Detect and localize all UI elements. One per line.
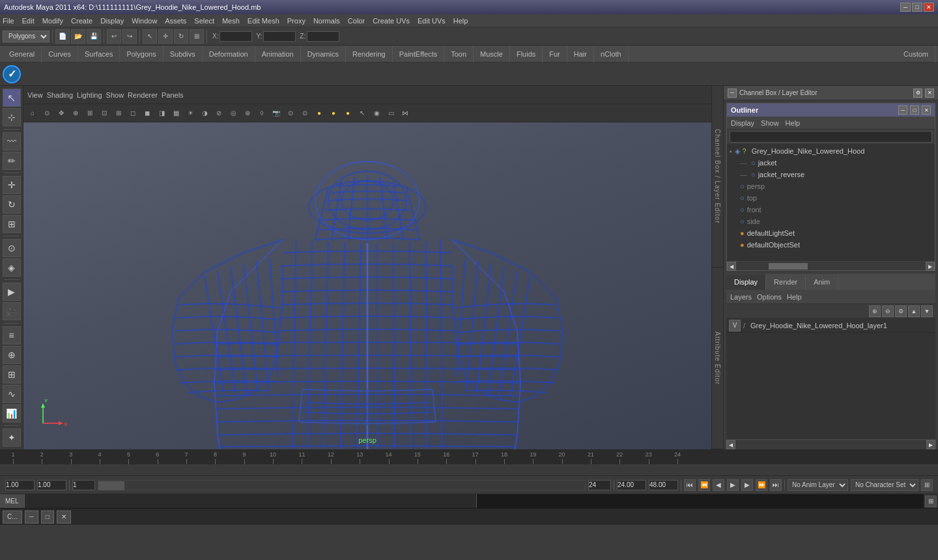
menu-tab-subdivs[interactable]: Subdivs	[163, 46, 203, 63]
menu-item-modify[interactable]: Modify	[42, 17, 63, 25]
soft-select[interactable]: ⊙	[3, 239, 21, 257]
render-btn[interactable]: ▶	[3, 283, 21, 301]
frame-end-input[interactable]	[588, 480, 611, 490]
outliner-show-menu[interactable]: Show	[761, 119, 779, 127]
connect-btn[interactable]: ⋈	[399, 107, 412, 120]
taskbar-restore-btn[interactable]: □	[41, 511, 54, 524]
playback-end-input[interactable]	[649, 480, 678, 490]
layer-options-btn[interactable]: ⚙	[895, 305, 907, 317]
view-menu[interactable]: View	[27, 91, 43, 99]
open-button[interactable]: 📂	[71, 29, 85, 44]
new-layer-btn[interactable]: ⊕	[869, 305, 881, 317]
menu-tab-rendering[interactable]: Rendering	[346, 46, 393, 63]
move-tool[interactable]: ✛	[3, 176, 21, 194]
snap-btn[interactable]: ◊	[255, 107, 268, 120]
ol-close[interactable]: ✕	[922, 105, 931, 115]
cb-settings[interactable]: ⚙	[913, 89, 922, 98]
outliner-search-bar[interactable]	[730, 131, 932, 143]
outliner-item-jacket[interactable]: — ○ jacket	[727, 157, 935, 169]
cursor-btn[interactable]: ↖	[356, 107, 369, 120]
menu-tab-muscle[interactable]: Muscle	[474, 46, 510, 63]
manip-btn[interactable]: ⊛	[241, 107, 254, 120]
home-view-btn[interactable]: ⌂	[26, 107, 39, 120]
texture-toggle[interactable]: ▦	[169, 107, 182, 120]
ol-minimize[interactable]: ─	[898, 105, 907, 115]
menu-item-create-uvs[interactable]: Create UVs	[373, 17, 410, 25]
xray-toggle[interactable]: ⊘	[212, 107, 225, 120]
menu-item-edit[interactable]: Edit	[22, 17, 35, 25]
prev-key-btn[interactable]: ⏪	[698, 479, 710, 491]
status-extra-btn[interactable]: ⊞	[921, 479, 933, 491]
rotate-button[interactable]: ↻	[174, 29, 188, 44]
z-input[interactable]	[307, 31, 339, 42]
menu-tab-hair[interactable]: Hair	[567, 46, 594, 63]
renderer-menu[interactable]: Renderer	[128, 91, 158, 99]
menu-item-normals[interactable]: Normals	[313, 17, 340, 25]
cb-close[interactable]: ✕	[925, 89, 934, 98]
camera-btn[interactable]: 🎥	[3, 302, 21, 320]
options-menu[interactable]: Options	[757, 293, 782, 301]
menu-item-select[interactable]: Select	[194, 17, 214, 25]
outliner-search-input[interactable]	[733, 133, 929, 141]
rotate-tool[interactable]: ↻	[3, 195, 21, 214]
scale-button[interactable]: ⊞	[190, 29, 204, 44]
3d-viewport[interactable]: Y X persp	[23, 122, 711, 449]
timeline-cursor[interactable]	[98, 481, 124, 490]
shading-menu[interactable]: Shading	[47, 91, 73, 99]
panels-menu[interactable]: Panels	[162, 91, 184, 99]
menu-tab-polygons[interactable]: Polygons	[120, 46, 163, 63]
layer-btn[interactable]: ≡	[3, 326, 21, 344]
y-input[interactable]	[263, 31, 296, 42]
viewport-btn5[interactable]: ●	[341, 107, 354, 120]
outliner-display-menu[interactable]: Display	[731, 119, 754, 127]
show-menu[interactable]: Show	[106, 91, 124, 99]
outliner-item-lightset[interactable]: ● defaultLightSet	[727, 227, 935, 239]
menu-tab-surfaces[interactable]: Surfaces	[78, 46, 120, 63]
wire-toggle[interactable]: ◻	[126, 107, 139, 120]
arrow-tool[interactable]: ↖	[3, 89, 21, 107]
layer-item-1[interactable]: V / Grey_Hoodie_Nike_Lowered_Hood_layer1	[726, 318, 935, 333]
viewport-btn4[interactable]: ●	[327, 107, 340, 120]
select-tool[interactable]: ⊹	[3, 108, 21, 126]
menu-item-assets[interactable]: Assets	[165, 17, 186, 25]
close-button[interactable]: ✕	[924, 3, 934, 12]
show-manip[interactable]: ◈	[3, 259, 21, 277]
quick-sel[interactable]: ✦	[3, 428, 21, 447]
taskbar-close-btn[interactable]: ✕	[57, 511, 71, 524]
select-button[interactable]: ↖	[143, 29, 157, 44]
prev-frame-start-btn[interactable]: ⏮	[684, 479, 696, 491]
prev-frame-btn[interactable]: ◀	[713, 479, 724, 491]
redo-button[interactable]: ↪	[122, 29, 137, 44]
display-btn[interactable]: ⊕	[3, 346, 21, 364]
cam-btn[interactable]: 📷	[270, 107, 283, 120]
new-scene-button[interactable]: 📄	[55, 29, 70, 44]
outliner-item-objectset[interactable]: ● defaultObjectSet	[727, 239, 935, 251]
menu-item-create[interactable]: Create	[71, 17, 92, 25]
menu-item-edit-mesh[interactable]: Edit Mesh	[248, 17, 279, 25]
graph-btn[interactable]: 📊	[3, 404, 21, 423]
menu-tab-fur[interactable]: Fur	[543, 46, 567, 63]
menu-tab-animation[interactable]: Animation	[255, 46, 301, 63]
frame-start-input[interactable]	[5, 480, 35, 490]
cmd-expand-btn[interactable]: ⊞	[925, 496, 937, 507]
next-frame-end-btn[interactable]: ⏭	[770, 479, 782, 491]
lighting-menu[interactable]: Lighting	[77, 91, 102, 99]
attr-editor-tab[interactable]: Attribute Editor	[712, 268, 723, 449]
delete-layer-btn[interactable]: ⊖	[882, 305, 894, 317]
maximize-button[interactable]: □	[912, 3, 922, 12]
taskbar-maya-btn[interactable]: C...	[3, 511, 22, 524]
layer-scroll-left[interactable]: ◀	[726, 440, 735, 449]
menu-item-proxy[interactable]: Proxy	[287, 17, 306, 25]
orbit-btn[interactable]: ⊙	[40, 107, 53, 120]
outliner-help-menu[interactable]: Help	[786, 119, 801, 127]
anim-layer-dropdown[interactable]: No Anim Layer	[788, 479, 848, 491]
menu-tab-custom[interactable]: Custom	[897, 46, 935, 63]
outliner-item-persp[interactable]: ○ persp	[727, 180, 935, 192]
light-toggle[interactable]: ☀	[184, 107, 197, 120]
outliner-item-top[interactable]: ○ top	[727, 192, 935, 204]
frame-current-input[interactable]	[37, 480, 66, 490]
menu-tab-ncloth[interactable]: nCloth	[594, 46, 629, 63]
menu-item-help[interactable]: Help	[453, 17, 468, 25]
menu-tab-painteffects[interactable]: PaintEffects	[393, 46, 445, 63]
viewport-btn2[interactable]: ⊙	[298, 107, 311, 120]
